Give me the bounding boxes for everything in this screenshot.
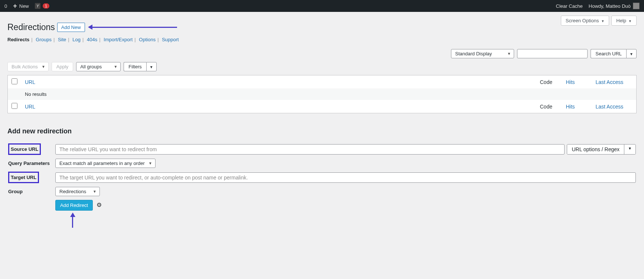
subnav-groups[interactable]: Groups	[36, 37, 52, 42]
source-url-label: Source URL	[11, 146, 38, 152]
chevron-down-icon: ▼	[93, 189, 97, 194]
gear-icon[interactable]: ⚙	[97, 202, 102, 208]
col-url[interactable]: URL	[25, 79, 35, 85]
admin-bar-marker: 0	[4, 3, 7, 9]
bulk-actions-select[interactable]: Bulk Actions ▼	[7, 62, 49, 71]
help-tab[interactable]: Help▼	[611, 16, 637, 26]
col-last-access-footer[interactable]: Last Access	[596, 104, 624, 110]
admin-bar: 0 +New Y1 Clear Cache Howdy, Matteo Duò	[0, 0, 644, 12]
query-params-select[interactable]: Exact match all parameters in any order …	[55, 159, 156, 168]
add-new-button[interactable]: Add New	[57, 23, 85, 32]
redirects-table: URL Code Hits Last Access No results URL…	[7, 75, 637, 113]
search-input[interactable]	[517, 49, 588, 58]
groups-select[interactable]: All groups ▼	[76, 62, 121, 71]
chevron-down-icon: ▼	[628, 19, 632, 23]
screen-options-tab[interactable]: Screen Options▼	[561, 16, 609, 26]
chevron-down-icon: ▼	[42, 65, 45, 69]
col-url-footer[interactable]: URL	[25, 104, 35, 110]
subnav-log[interactable]: Log	[72, 37, 81, 42]
apply-button[interactable]: Apply	[52, 62, 73, 71]
add-redirection-form: Source URL URL options / Regex ▼ Query P…	[7, 141, 637, 213]
chevron-down-icon: ▼	[630, 52, 633, 56]
source-url-input[interactable]	[55, 144, 565, 155]
chevron-down-icon: ▼	[507, 52, 511, 56]
clear-cache-link[interactable]: Clear Cache	[556, 3, 583, 9]
no-results-cell: No results	[21, 88, 637, 100]
chevron-down-icon: ▼	[601, 19, 604, 23]
subnav-404s[interactable]: 404s	[87, 37, 97, 42]
subnav-redirects[interactable]: Redirects	[7, 37, 29, 42]
plus-icon: +	[13, 3, 17, 9]
target-url-input[interactable]	[55, 172, 636, 183]
notification-badge: 1	[43, 3, 49, 9]
display-mode-select[interactable]: Standard Display ▼	[451, 49, 514, 58]
group-label: Group	[8, 189, 23, 194]
howdy-link[interactable]: Howdy, Matteo Duò	[589, 3, 640, 9]
add-redirect-button[interactable]: Add Redirect	[55, 200, 93, 211]
annotation-arrow	[92, 27, 177, 28]
col-code: Code	[536, 75, 562, 89]
col-last-access[interactable]: Last Access	[596, 79, 624, 85]
url-options-select[interactable]: URL options / Regex ▼	[567, 144, 636, 155]
query-params-label: Query Parameters	[8, 160, 50, 166]
avatar	[633, 3, 640, 9]
search-url-button[interactable]: Search URL	[591, 49, 626, 58]
select-all-checkbox-footer[interactable]	[12, 103, 17, 109]
yoast-icon: Y	[35, 3, 40, 9]
annotation-box: Source URL	[8, 143, 41, 155]
chevron-down-icon: ▼	[114, 65, 117, 69]
yoast-link[interactable]: Y1	[35, 3, 49, 9]
target-url-label: Target URL	[11, 175, 36, 180]
add-redirection-heading: Add new redirection	[7, 127, 637, 135]
chevron-down-icon: ▼	[624, 145, 635, 154]
group-select[interactable]: Redirections ▼	[55, 187, 100, 196]
col-hits-footer[interactable]: Hits	[566, 104, 575, 110]
subnav-options[interactable]: Options	[139, 37, 156, 42]
annotation-box: Target URL	[8, 172, 39, 183]
subnav-import-export[interactable]: Import/Export	[104, 37, 133, 42]
subnav-support[interactable]: Support	[162, 37, 179, 42]
filters-button[interactable]: Filters	[124, 62, 146, 71]
page-heading: Redirections Add New	[7, 22, 637, 32]
sub-navigation: Redirects| Groups| Site| Log| 404s| Impo…	[7, 37, 637, 42]
search-url-dropdown[interactable]: ▼	[626, 49, 637, 58]
chevron-down-icon: ▼	[148, 161, 152, 165]
select-all-checkbox[interactable]	[12, 78, 17, 84]
col-hits[interactable]: Hits	[566, 79, 575, 85]
chevron-down-icon: ▼	[150, 65, 153, 69]
new-content-link[interactable]: +New	[13, 3, 29, 9]
subnav-site[interactable]: Site	[58, 37, 66, 42]
filters-dropdown[interactable]: ▼	[146, 62, 157, 71]
col-code-footer: Code	[536, 100, 562, 113]
page-title: Redirections	[7, 22, 55, 32]
annotation-arrow-vertical	[72, 216, 73, 228]
table-row-empty: No results	[8, 88, 637, 100]
